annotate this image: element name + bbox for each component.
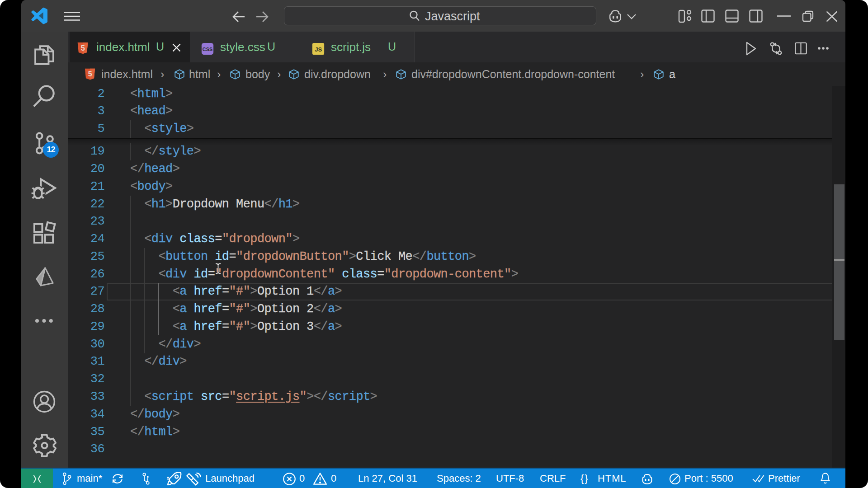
svg-text:JS: JS <box>315 46 322 53</box>
svg-text:CSS: CSS <box>203 47 212 52</box>
svg-text:5: 5 <box>81 44 85 52</box>
svg-text:5: 5 <box>88 70 92 78</box>
